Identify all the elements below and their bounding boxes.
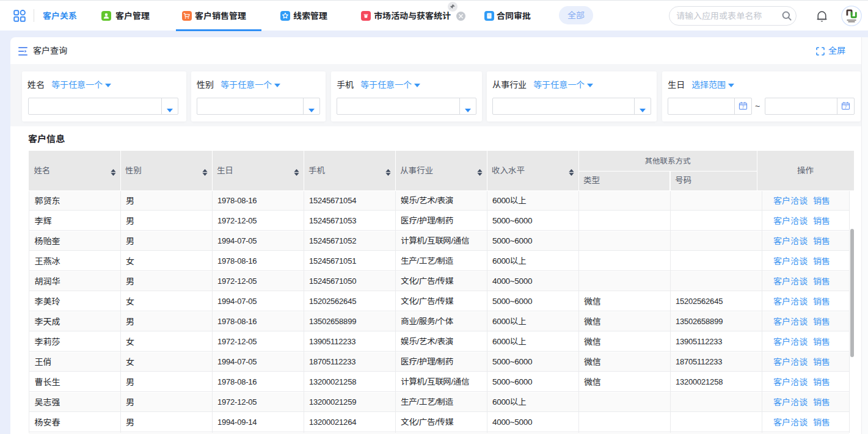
svg-text:7: 7	[845, 105, 847, 109]
svg-text:7: 7	[742, 105, 745, 109]
